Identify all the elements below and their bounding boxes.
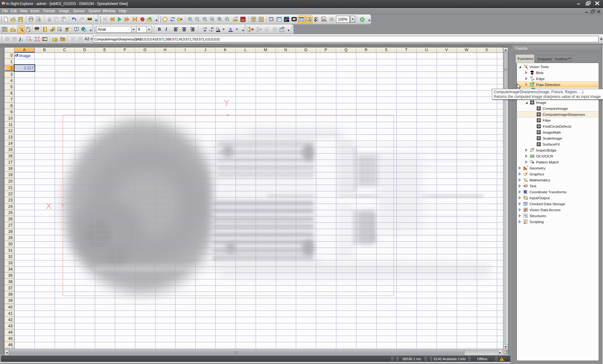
svg-text:+.0: +.0 [204, 27, 207, 29]
svg-text:x: x [21, 38, 23, 41]
svg-text:T: T [317, 17, 318, 19]
svg-text:.00: .00 [210, 27, 213, 29]
svg-text:123: 123 [531, 155, 534, 157]
svg-text:X: X [46, 201, 52, 211]
svg-text:A: A [229, 27, 232, 31]
svg-text:Y: Y [224, 98, 230, 107]
svg-text:?: ? [75, 27, 77, 30]
svg-text:f: f [19, 37, 21, 41]
svg-text:1: 1 [43, 38, 44, 40]
svg-text:T: T [317, 19, 318, 21]
svg-text:B: B [158, 27, 160, 32]
svg-text:b: b [526, 184, 528, 187]
svg-text:1x: 1x [211, 18, 213, 20]
svg-text:.00: .00 [203, 29, 206, 31]
svg-text:0: 0 [45, 38, 46, 40]
svg-text:x,y: x,y [524, 210, 526, 211]
svg-text:I: I [165, 27, 167, 32]
svg-text:a: a [524, 184, 525, 187]
svg-text:.0: .0 [210, 29, 212, 31]
svg-text:$: $ [4, 38, 6, 41]
svg-text:.01: .01 [525, 180, 528, 182]
